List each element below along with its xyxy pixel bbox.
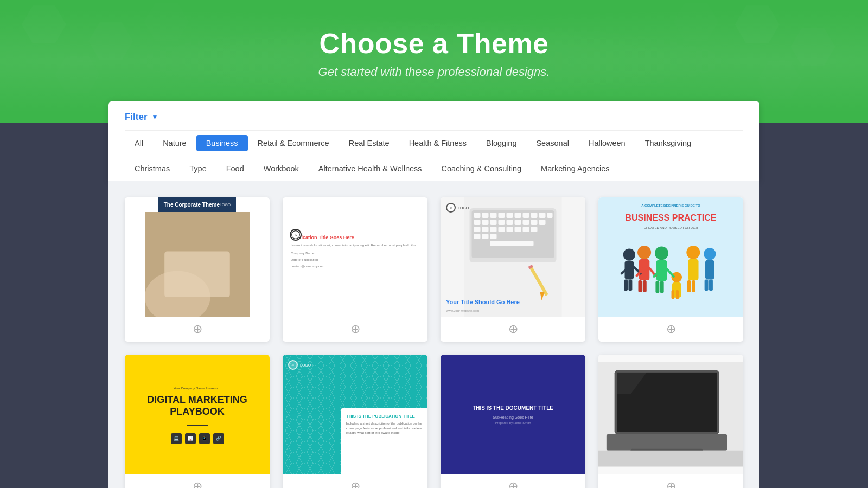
card-corporate[interactable]: The Corporate Theme LOGO (125, 197, 270, 342)
svg-rect-58 (490, 227, 497, 232)
svg-rect-67 (490, 241, 534, 246)
filter-tag-real-estate[interactable]: Real Estate (339, 135, 399, 151)
digital-icon-1: 💻 (171, 433, 182, 444)
bp-main-title: BUSINESS PRACTICE (620, 210, 722, 225)
filter-tag-food[interactable]: Food (216, 160, 254, 177)
card-laptop[interactable]: YourWebsite.com Your Title Should Go Her… (598, 355, 743, 488)
svg-rect-53 (523, 220, 529, 225)
svg-point-91 (704, 248, 716, 260)
zoom-icon-8[interactable]: ⊕ (666, 479, 676, 488)
svg-rect-14 (178, 277, 183, 280)
zoom-icon-7[interactable]: ⊕ (508, 479, 518, 488)
svg-point-23 (194, 255, 224, 273)
pub-date: Date of Publication (291, 258, 419, 262)
grid-area: The Corporate Theme LOGO (108, 181, 760, 488)
zoom-icon[interactable]: ⊕ (193, 322, 202, 336)
teal-white-section: THIS IS THE PUBLICATION TITLE Including … (341, 408, 427, 474)
zoom-icon-6[interactable]: ⊕ (350, 479, 360, 488)
svg-rect-86 (676, 290, 679, 299)
svg-rect-17 (197, 277, 202, 280)
svg-rect-55 (539, 220, 546, 225)
page-title: Choose a Theme (0, 27, 868, 60)
filter-tag-marketing-agencies[interactable]: Marketing Agencies (531, 160, 620, 177)
filter-tag-type[interactable]: Type (180, 160, 216, 177)
filter-tag-halloween[interactable]: Halloween (579, 135, 635, 151)
card-publication[interactable]: ⊙ (283, 197, 427, 342)
svg-rect-81 (656, 281, 660, 293)
filter-tag-workbook[interactable]: Workbook (254, 160, 309, 177)
digital-icon-2: 📊 (185, 433, 196, 444)
svg-rect-63 (531, 227, 538, 232)
svg-rect-41 (507, 213, 513, 218)
svg-rect-48 (482, 220, 489, 225)
svg-rect-50 (499, 220, 505, 225)
card-publication-footer: ⊕ (283, 317, 427, 342)
keyboard-logo-area: ⊙ LOGO (446, 203, 469, 213)
svg-point-87 (687, 246, 700, 259)
filter-tag-retail---ecommerce[interactable]: Retail & Ecommerce (248, 135, 339, 151)
svg-rect-85 (672, 290, 675, 299)
svg-rect-89 (687, 280, 691, 292)
card-digital[interactable]: Your Company Name Presents... DIGITAL MA… (125, 355, 270, 488)
zoom-icon-3[interactable]: ⊕ (508, 322, 518, 336)
main-content: Filter ▼ AllNatureBusinessRetail & Ecomm… (108, 101, 760, 488)
filter-panel: Filter ▼ AllNatureBusinessRetail & Ecomm… (108, 101, 760, 181)
zoom-icon-4[interactable]: ⊕ (666, 322, 676, 336)
svg-rect-93 (705, 280, 709, 291)
navy-doc-title: THIS IS THE DOCUMENT TITLE (464, 404, 562, 412)
filter-tag-coaching---consulting[interactable]: Coaching & Consulting (432, 160, 532, 177)
svg-rect-56 (474, 227, 481, 232)
card-teal[interactable]: ⊙ LOGO THIS IS THE PUBLICATION TITLE Inc… (283, 355, 427, 488)
card-laptop-footer: ⊕ (598, 474, 743, 488)
card-grid: The Corporate Theme LOGO (125, 197, 743, 488)
svg-rect-74 (629, 280, 633, 291)
filter-tag-thanksgiving[interactable]: Thanksgiving (635, 135, 701, 151)
pub-company: Company Name (291, 251, 419, 255)
svg-rect-90 (692, 280, 695, 292)
svg-rect-21 (223, 277, 228, 280)
card-digital-image: Your Company Name Presents... DIGITAL MA… (125, 355, 270, 474)
svg-point-22 (174, 250, 209, 273)
page-subtitle: Get started with these professional desi… (0, 65, 868, 79)
filter-tag-business[interactable]: Business (196, 135, 248, 151)
zoom-icon-2[interactable]: ⊕ (350, 322, 360, 336)
teal-pub-title: THIS IS THE PUBLICATION TITLE (346, 414, 422, 419)
pub-logo-circle: ⊙ (290, 229, 302, 241)
digital-icons: 💻 📊 📱 🔗 (165, 428, 229, 450)
filter-tag-all[interactable]: All (125, 135, 153, 151)
svg-rect-80 (656, 260, 667, 281)
filter-tag-christmas[interactable]: Christmas (125, 160, 180, 177)
filter-tag-alternative-health---wellness[interactable]: Alternative Health & Wellness (309, 160, 432, 177)
card-corporate-image: The Corporate Theme LOGO (125, 197, 270, 317)
svg-rect-66 (490, 234, 497, 239)
card-navy-image: THIS IS THE DOCUMENT TITLE SubHeading Go… (441, 355, 585, 474)
svg-rect-105 (607, 434, 727, 451)
teal-logo: ⊙ LOGO (288, 360, 311, 370)
card-keyboard[interactable]: ⊙ LOGO Your Title Should Go Here www.you… (441, 197, 585, 342)
navy-doc-by: Prepared by: Jane Smith (495, 421, 531, 425)
filter-tag-seasonal[interactable]: Seasonal (526, 135, 578, 151)
svg-rect-42 (515, 213, 521, 218)
svg-rect-9 (145, 212, 250, 317)
svg-rect-51 (507, 220, 513, 225)
filter-tag-nature[interactable]: Nature (153, 135, 196, 151)
card-navy[interactable]: THIS IS THE DOCUMENT TITLE SubHeading Go… (441, 355, 585, 488)
card-corporate-footer: ⊕ (125, 317, 270, 342)
filter-tag-health---fitness[interactable]: Health & Fitness (399, 135, 476, 151)
digital-icon-4: 🔗 (213, 433, 224, 444)
svg-rect-15 (184, 277, 189, 280)
zoom-icon-5[interactable]: ⊕ (193, 479, 202, 488)
pub-contact: contact@company.com (291, 264, 419, 268)
svg-rect-77 (639, 280, 642, 292)
digital-company: Your Company Name Presents... (174, 379, 221, 390)
svg-rect-18 (203, 277, 208, 280)
filter-tag-blogging[interactable]: Blogging (476, 135, 526, 151)
card-digital-footer: ⊕ (125, 474, 270, 488)
card-teal-footer: ⊕ (283, 474, 427, 488)
card-keyboard-footer: ⊕ (441, 317, 585, 342)
card-navy-footer: ⊕ (441, 474, 585, 488)
svg-rect-10 (156, 270, 238, 299)
card-business-practice[interactable]: A COMPLETE BEGINNER'S GUIDE TO BUSINESS … (598, 197, 743, 342)
svg-rect-61 (515, 227, 521, 232)
svg-rect-44 (531, 213, 538, 218)
